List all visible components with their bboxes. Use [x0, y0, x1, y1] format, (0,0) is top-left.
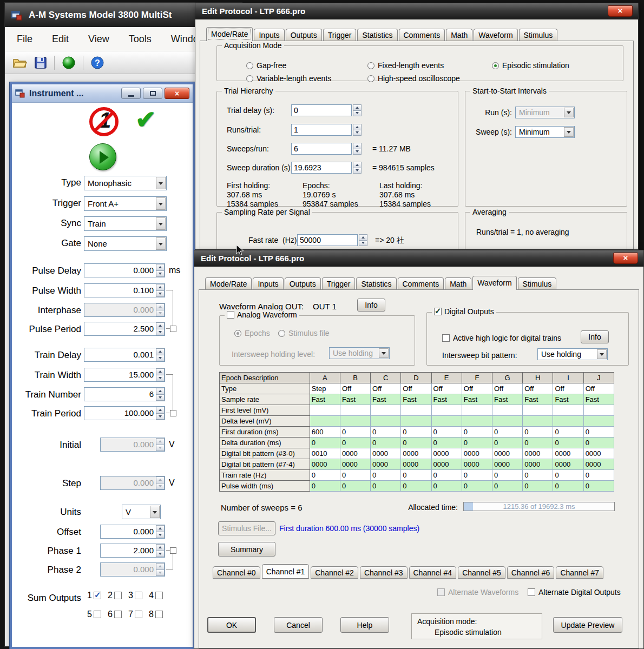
save-icon[interactable] [34, 56, 47, 69]
spin-down-icon[interactable] [156, 395, 165, 401]
epoch-cell[interactable]: Fast [431, 394, 462, 405]
input-runs-trial[interactable]: 1 [291, 124, 352, 136]
spin-up-icon[interactable] [156, 476, 165, 484]
spin-down-icon[interactable] [156, 484, 165, 490]
epoch-cell[interactable]: Fast [371, 394, 401, 405]
spin-up-icon[interactable] [156, 544, 165, 551]
link-checkbox[interactable] [170, 410, 176, 416]
channel-tab-channel-3[interactable]: Channel #3 [360, 566, 408, 579]
epoch-cell[interactable] [492, 405, 522, 416]
ok-button[interactable]: OK [207, 617, 256, 633]
input-trial-delay-s[interactable]: 0 [291, 104, 352, 116]
sum-output-checkbox-3[interactable] [135, 592, 142, 599]
mode-titlebar[interactable]: Edit Protocol - LTP 666.pro [195, 3, 638, 19]
instrument-titlebar[interactable]: Instrument ... [12, 84, 193, 103]
epoch-cell[interactable]: 0 [401, 438, 431, 448]
epoch-cell[interactable] [553, 416, 583, 427]
close-button[interactable] [613, 253, 638, 264]
tab-mode-rate[interactable]: Mode/Rate [206, 27, 253, 41]
epoch-cell[interactable]: 0010 [310, 448, 340, 459]
epoch-cell[interactable]: 0000 [583, 459, 614, 470]
epoch-cell[interactable] [462, 405, 492, 416]
spinner[interactable] [156, 322, 165, 335]
help-button[interactable]: Help [340, 617, 389, 633]
channel-tab-channel-6[interactable]: Channel #6 [507, 566, 555, 579]
tab-outputs[interactable]: Outputs [285, 277, 321, 289]
spin-down-icon[interactable] [156, 414, 165, 420]
tab-stimulus[interactable]: Stimulus [519, 29, 558, 41]
epoch-cell[interactable]: 0 [340, 481, 370, 492]
epoch-cell[interactable]: 0 [371, 470, 401, 481]
spinner[interactable] [156, 264, 165, 277]
radio-gap-free[interactable]: Gap-free [246, 61, 286, 70]
epoch-cell[interactable]: 0 [492, 470, 522, 481]
spin-down-icon[interactable] [156, 310, 165, 317]
spin-input-pulse-period[interactable]: 2.500 [84, 322, 165, 336]
spinner[interactable] [156, 368, 165, 381]
spin-up-icon[interactable] [156, 407, 165, 414]
spinner-runs-trial[interactable] [353, 124, 362, 136]
intersweep-bit-pattern-combo[interactable]: Use holding [537, 348, 608, 360]
channel-tab-channel-2[interactable]: Channel #2 [311, 566, 358, 579]
epoch-cell[interactable] [371, 405, 401, 416]
radio-epochs[interactable]: Epochs [234, 329, 270, 337]
spin-down-icon[interactable] [359, 241, 367, 247]
sum-output-checkbox-4[interactable] [155, 592, 163, 599]
stimulus-file-button[interactable]: Stimulus File... [218, 521, 275, 535]
epoch-cell[interactable]: Off [371, 383, 401, 394]
tab-stimulus[interactable]: Stimulus [518, 277, 557, 289]
spin-down-icon[interactable] [156, 445, 165, 452]
epoch-cell[interactable]: Fast [492, 394, 522, 405]
spin-down-icon[interactable] [156, 329, 165, 336]
epoch-cell[interactable]: 0000 [371, 448, 401, 459]
spinner[interactable] [353, 104, 362, 116]
tab-math[interactable]: Math [446, 29, 472, 41]
epoch-cell[interactable]: 0 [553, 438, 583, 448]
epoch-cell[interactable]: 0 [523, 427, 553, 438]
combo-run-s[interactable]: Minimum [515, 107, 575, 118]
alternate-waveforms-checkbox[interactable] [437, 588, 445, 596]
epoch-cell[interactable]: 0 [371, 427, 401, 438]
epoch-cell[interactable]: 0 [523, 438, 553, 448]
epoch-cell[interactable]: 0 [583, 438, 614, 448]
menu-file[interactable]: File [17, 34, 32, 45]
spin-up-icon[interactable] [353, 162, 362, 168]
epoch-cell[interactable]: 0000 [583, 448, 614, 459]
sum-output-7[interactable]: 7 [128, 610, 142, 619]
epoch-cell[interactable]: 0 [431, 438, 462, 448]
spinner[interactable] [156, 284, 165, 297]
epoch-cell[interactable]: Off [462, 383, 492, 394]
tab-comments[interactable]: Comments [399, 29, 445, 41]
link-checkbox[interactable] [170, 326, 176, 332]
epoch-cell[interactable] [523, 416, 553, 427]
sum-output-checkbox-2[interactable] [114, 592, 122, 599]
epoch-cell[interactable]: 0000 [553, 459, 583, 470]
fast-rate-spinner[interactable] [359, 234, 368, 246]
sum-output-checkbox-6[interactable] [114, 611, 122, 618]
epoch-cell[interactable]: 0 [401, 427, 431, 438]
spin-input-pulse-width[interactable]: 0.100 [84, 283, 165, 297]
spin-up-icon[interactable] [156, 438, 165, 445]
digital-outputs-toggle[interactable]: Digital Outputs [432, 307, 496, 316]
active-high-checkbox[interactable] [442, 334, 450, 342]
epoch-cell[interactable]: 0 [553, 427, 583, 438]
epoch-cell[interactable]: 0 [431, 481, 462, 492]
epoch-cell[interactable]: 0 [462, 427, 492, 438]
spin-up-icon[interactable] [156, 563, 165, 570]
epoch-cell[interactable]: Step [310, 383, 340, 394]
epoch-cell[interactable]: Fast [462, 394, 492, 405]
spin-up-icon[interactable] [156, 264, 165, 271]
spin-down-icon[interactable] [353, 130, 362, 136]
epoch-cell[interactable]: 0000 [340, 448, 370, 459]
epoch-cell[interactable]: 0000 [371, 459, 401, 470]
epoch-cell[interactable]: Off [523, 383, 553, 394]
epoch-cell[interactable] [340, 405, 370, 416]
spinner[interactable] [156, 348, 165, 361]
epoch-cell[interactable]: Fast [553, 394, 583, 405]
summary-button[interactable]: Summary [218, 542, 275, 557]
epoch-cell[interactable]: 0 [583, 481, 614, 492]
alternate-digital-checkbox-row[interactable]: Alternate Digital Outputs [528, 588, 621, 597]
spin-input-train-width[interactable]: 15.000 [84, 368, 165, 382]
epoch-cell[interactable]: Fast [583, 394, 614, 405]
spin-up-icon[interactable] [156, 368, 165, 375]
